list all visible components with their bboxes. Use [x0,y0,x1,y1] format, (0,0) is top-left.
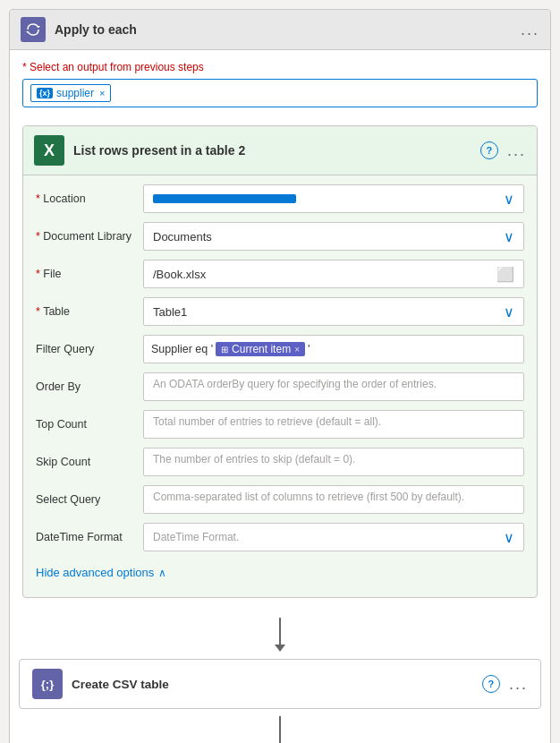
list-rows-card-actions: ? ... [480,141,526,160]
select-query-row: Select Query Comma-separated list of col… [36,485,524,514]
location-row: * Location ∨ [36,184,524,213]
token-close-button[interactable]: × [99,88,105,98]
list-rows-more-options[interactable]: ... [507,141,526,160]
arrow-connector-1 [10,611,550,659]
document-library-arrow: ∨ [504,228,514,245]
document-library-label: * Document Library [36,230,143,243]
filter-query-label: Filter Query [36,343,143,355]
document-library-row: * Document Library Documents ∨ [36,222,524,251]
select-query-label: Select Query [36,493,143,506]
apply-to-each-block: Apply to each ... * Select an output fro… [9,9,551,743]
csv-icon: {;} [32,669,63,699]
top-count-field[interactable]: Total number of entries to retrieve (def… [143,410,524,439]
advanced-toggle-row: Hide advanced options ∧ [36,560,524,588]
skip-count-row: Skip Count The number of entries to skip… [36,448,524,476]
list-rows-card: X List rows present in a table 2 ? ... *… [22,125,538,598]
csv-card-actions: ? ... [482,675,528,694]
token-text: supplier [56,87,94,99]
table-dropdown[interactable]: Table1 ∨ [143,297,524,326]
arrow-line-1 [279,618,281,645]
datetime-format-dropdown[interactable]: DateTime Format. ∨ [143,523,524,551]
file-value: /Book.xlsx [153,268,206,281]
order-by-field[interactable]: An ODATA orderBy query for specifying th… [143,372,524,401]
filter-query-field[interactable]: Supplier eq ' ⊞ Current item × ' [143,335,524,363]
document-library-dropdown[interactable]: Documents ∨ [143,222,524,251]
select-output-label: * Select an output from previous steps [22,61,538,73]
current-item-close[interactable]: × [294,345,300,354]
skip-count-control: The number of entries to skip (default =… [143,448,524,476]
current-item-token: ⊞ Current item × [216,342,305,356]
table-label: * Table [36,305,143,318]
token-icon: {x} [37,88,53,98]
location-control: ∨ [143,184,524,213]
excel-icon: X [34,135,64,166]
skip-count-field[interactable]: The number of entries to skip (default =… [143,448,524,476]
apply-more-options[interactable]: ... [521,21,539,39]
datetime-format-label: DateTime Format [36,531,143,543]
outer-container: Apply to each ... * Select an output fro… [0,0,560,743]
token-container[interactable]: {x} supplier × [22,79,538,107]
file-row: * File /Book.xlsx ⬜ [36,260,524,288]
select-output-section: * Select an output from previous steps {… [10,50,550,118]
file-browse-icon[interactable]: ⬜ [496,266,514,283]
order-by-placeholder: An ODATA orderBy query for specifying th… [153,378,437,390]
skip-count-label: Skip Count [36,456,143,468]
order-by-row: Order By An ODATA orderBy query for spec… [36,372,524,401]
top-count-label: Top Count [36,418,143,431]
top-count-row: Top Count Total number of entries to ret… [36,410,524,439]
arrow-connector-2 [10,709,550,743]
table-dropdown-arrow: ∨ [504,303,514,320]
hide-advanced-options-button[interactable]: Hide advanced options [36,566,154,579]
top-count-placeholder: Total number of entries to retrieve (def… [153,415,381,428]
csv-table-card: {;} Create CSV table ? ... [19,659,541,709]
list-rows-help-icon[interactable]: ? [480,141,498,159]
arrow-head-1 [275,645,285,652]
filter-query-prefix: Supplier eq ' [151,343,213,355]
location-dropdown-arrow: ∨ [504,191,514,208]
location-dropdown[interactable]: ∨ [143,184,524,213]
csv-more-options[interactable]: ... [509,675,528,694]
csv-help-icon[interactable]: ? [482,675,500,693]
csv-table-title: Create CSV table [72,678,482,691]
location-label: * Location [36,192,143,205]
table-control: Table1 ∨ [143,297,524,326]
top-count-control: Total number of entries to retrieve (def… [143,410,524,439]
csv-icon-label: {;} [41,678,54,691]
chevron-up-icon: ∧ [158,567,166,579]
loop-svg [26,22,40,37]
datetime-format-control: DateTime Format. ∨ [143,523,524,551]
apply-header: Apply to each ... [10,10,550,50]
file-control: /Book.xlsx ⬜ [143,260,524,288]
select-query-placeholder: Comma-separated list of columns to retri… [153,491,464,503]
csv-table-header: {;} Create CSV table ? ... [20,660,540,708]
apply-header-title: Apply to each [55,22,521,37]
file-field[interactable]: /Book.xlsx ⬜ [143,260,524,288]
arrow-line-2 [279,716,281,743]
list-rows-card-header: X List rows present in a table 2 ? ... [23,126,537,175]
current-item-label: Current item [232,343,291,355]
list-rows-form-body: * Location ∨ * Document Library Document… [23,175,537,597]
datetime-format-row: DateTime Format DateTime Format. ∨ [36,523,524,551]
datetime-format-placeholder: DateTime Format. [153,531,239,543]
table-value: Table1 [153,305,187,319]
filter-query-row: Filter Query Supplier eq ' ⊞ Current ite… [36,335,524,363]
loop-icon [21,17,46,42]
current-item-icon: ⊞ [221,345,228,354]
filter-query-suffix: ' [308,343,310,355]
list-rows-card-title: List rows present in a table 2 [73,143,480,158]
supplier-token: {x} supplier × [30,84,111,102]
order-by-label: Order By [36,380,143,393]
select-query-control: Comma-separated list of columns to retri… [143,485,524,514]
file-label: * File [36,268,143,280]
select-query-field[interactable]: Comma-separated list of columns to retri… [143,485,524,514]
skip-count-placeholder: The number of entries to skip (default =… [153,453,355,465]
document-library-value: Documents [153,230,212,243]
datetime-format-arrow: ∨ [504,529,514,546]
order-by-control: An ODATA orderBy query for specifying th… [143,372,524,401]
location-filled-bar [153,194,296,203]
filter-query-control: Supplier eq ' ⊞ Current item × ' [143,335,524,363]
document-library-control: Documents ∨ [143,222,524,251]
table-row: * Table Table1 ∨ [36,297,524,326]
